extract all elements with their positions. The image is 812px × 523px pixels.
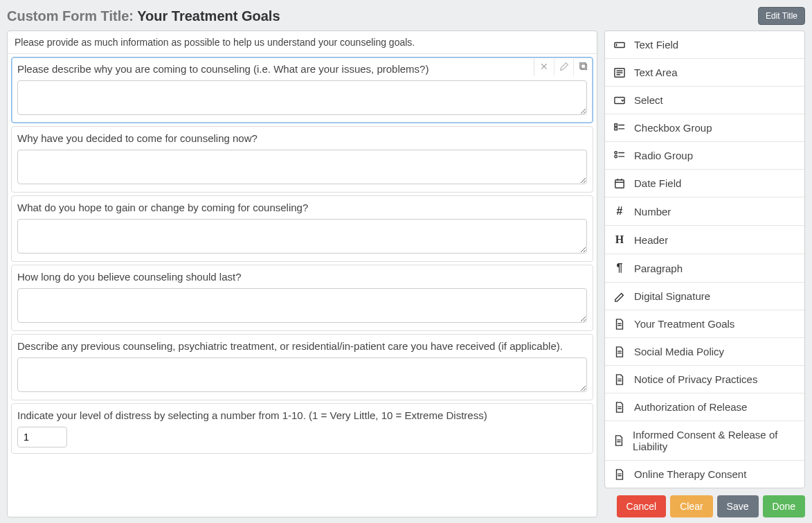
form-instruction: Please provide as much information as po… [8, 31, 597, 54]
form-field[interactable]: What do you hope to gain or change by co… [11, 195, 593, 262]
field-label: How long do you believe counseling shoul… [17, 271, 587, 283]
text-field-icon [613, 39, 626, 51]
doc-icon [613, 469, 626, 480]
edit-title-button[interactable]: Edit Title [758, 7, 805, 25]
textarea-input[interactable] [17, 219, 587, 254]
cancel-button[interactable]: Cancel [617, 495, 667, 517]
component-label: Text Field [634, 39, 678, 51]
component-label: Radio Group [634, 150, 693, 161]
component-item[interactable]: ¶Paragraph [605, 254, 804, 283]
component-label: Text Area [634, 67, 678, 78]
doc-icon [613, 374, 626, 385]
component-item[interactable]: Authorization of Release [605, 393, 804, 421]
component-item[interactable]: Date Field [605, 170, 804, 197]
form-field[interactable]: Describe any previous counseling, psychi… [11, 334, 593, 400]
component-palette: Text FieldText AreaSelectCheckbox GroupR… [604, 30, 805, 488]
date-field-icon [613, 178, 626, 189]
form-field[interactable]: Why have you decided to come for counsel… [11, 126, 593, 193]
component-item[interactable]: Checkbox Group [605, 114, 804, 142]
field-label: Indicate your level of distress by selec… [17, 409, 587, 421]
field-label: Please describe why you are coming to co… [17, 63, 587, 75]
component-item[interactable]: Select [605, 87, 804, 114]
edit-icon[interactable] [554, 57, 573, 76]
number-input[interactable] [17, 427, 67, 447]
component-label: Paragraph [634, 263, 683, 274]
component-item[interactable]: Online Therapy Consent [605, 461, 804, 488]
component-item[interactable]: Social Media Policy [605, 338, 804, 366]
component-item[interactable]: Text Area [605, 59, 804, 87]
textarea-input[interactable] [17, 357, 587, 392]
component-item[interactable]: Digital Signature [605, 283, 804, 310]
component-item[interactable]: Your Treatment Goals [605, 310, 804, 338]
component-item[interactable]: Text Field [605, 31, 804, 59]
component-item[interactable]: Notice of Privacy Practices [605, 366, 804, 393]
textarea-input[interactable] [17, 150, 587, 184]
doc-icon [613, 346, 626, 357]
field-actions: ✕ [534, 57, 593, 76]
component-label: Online Therapy Consent [634, 468, 746, 480]
textarea-input[interactable] [17, 288, 587, 323]
svg-rect-10 [615, 127, 617, 130]
form-field[interactable]: ✕Please describe why you are coming to c… [11, 57, 593, 123]
clear-button[interactable]: Clear [670, 495, 712, 517]
checkbox-group-icon [613, 123, 626, 134]
doc-icon [613, 319, 626, 330]
radio-group-icon [613, 150, 626, 161]
component-label: Social Media Policy [634, 346, 724, 357]
copy-icon[interactable] [573, 57, 593, 76]
right-column: Text FieldText AreaSelectCheckbox GroupR… [604, 30, 805, 517]
form-field[interactable]: How long do you believe counseling shoul… [11, 265, 593, 331]
field-label: Describe any previous counseling, psychi… [17, 340, 587, 352]
doc-icon [613, 435, 624, 446]
component-item[interactable]: Informed Consent & Release of Liability [605, 421, 804, 461]
svg-point-13 [615, 151, 617, 154]
form-field[interactable]: Indicate your level of distress by selec… [11, 403, 593, 454]
paragraph-icon: ¶ [613, 262, 626, 274]
component-label: Date Field [634, 177, 681, 189]
field-label: What do you hope to gain or change by co… [17, 202, 587, 213]
component-label: Your Treatment Goals [634, 318, 734, 330]
header-icon: H [613, 233, 626, 246]
number-icon: # [613, 205, 626, 218]
done-button[interactable]: Done [763, 495, 805, 517]
form-canvas: Please provide as much information as po… [7, 30, 597, 517]
field-label: Why have you decided to come for counsel… [17, 132, 587, 144]
component-label: Notice of Privacy Practices [634, 373, 757, 385]
text-area-icon [613, 67, 626, 78]
title-value: Your Treatment Goals [137, 8, 280, 24]
footer-buttons: Cancel Clear Save Done [604, 495, 805, 517]
component-item[interactable]: Radio Group [605, 142, 804, 170]
component-label: Header [634, 234, 668, 246]
component-label: Authorization of Release [634, 401, 747, 413]
component-item[interactable]: HHeader [605, 226, 804, 254]
header: Custom Form Title: Your Treatment Goals … [7, 7, 805, 25]
component-item[interactable]: #Number [605, 197, 804, 226]
component-label: Digital Signature [634, 290, 710, 302]
svg-point-14 [615, 155, 617, 158]
doc-icon [613, 402, 626, 413]
svg-rect-9 [615, 123, 617, 126]
delete-icon[interactable]: ✕ [534, 57, 554, 76]
component-label: Number [634, 206, 671, 218]
signature-icon [613, 291, 626, 302]
page-title: Custom Form Title: Your Treatment Goals [7, 8, 280, 24]
textarea-input[interactable] [17, 80, 587, 115]
save-button[interactable]: Save [717, 495, 759, 517]
component-label: Checkbox Group [634, 122, 712, 134]
svg-rect-17 [615, 179, 624, 188]
select-icon [613, 95, 626, 106]
title-prefix: Custom Form Title: [7, 8, 134, 24]
component-label: Select [634, 94, 663, 106]
component-label: Informed Consent & Release of Liability [633, 429, 796, 452]
